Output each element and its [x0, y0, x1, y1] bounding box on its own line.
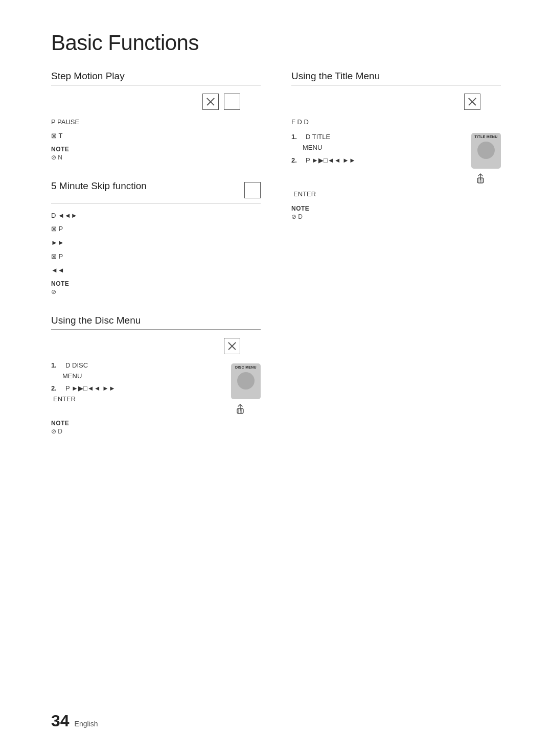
empty-icon-box-1 [224, 94, 240, 110]
skip-body2: ⊠ P [51, 224, 261, 235]
step-motion-play-section: Step Motion Play P PAUSE ⊠ T NOTE ⊘ N [51, 71, 261, 162]
disc-menu-title: Using the Disc Menu [51, 315, 261, 330]
title-menu-title: Using the Title Menu [291, 71, 501, 85]
disc-step2-num: 2. [51, 384, 61, 392]
right-column: Using the Title Menu F D D TITLE MENU [291, 71, 501, 451]
step-motion-play-title: Step Motion Play [51, 71, 261, 85]
left-column: Step Motion Play P PAUSE ⊠ T NOTE ⊘ N 5 … [51, 71, 261, 451]
title-note-text: ⊘ D [291, 212, 501, 221]
title-note: NOTE ⊘ D [291, 205, 501, 221]
title-remote-label: TITLE MENU [475, 133, 498, 139]
title-menu-remote: TITLE MENU [471, 133, 501, 189]
disc-enter-text: ENTER [51, 394, 261, 405]
disc-step1-text: D DISC [65, 361, 223, 369]
skip-body3: ►► [51, 238, 261, 248]
disc-note-text: ⊘ D [51, 427, 261, 436]
title-step1-sub: MENU [291, 143, 501, 153]
disc-menu-section: Using the Disc Menu DISC MENU [51, 315, 261, 436]
step-motion-icon-row [51, 94, 261, 110]
title-note-label: NOTE [291, 205, 501, 212]
disc-step1-sub: MENU [51, 371, 261, 382]
title-step-1: 1. D TITLE [291, 133, 463, 141]
skip-body5: ◄◄ [51, 265, 261, 276]
disc-note: NOTE ⊘ D [51, 420, 261, 436]
skip-separator [51, 203, 261, 203]
title-step2-num: 2. [291, 156, 302, 164]
x-icon-box-3 [464, 94, 480, 110]
step-motion-note: NOTE ⊘ N [51, 146, 261, 162]
skip-body4: ⊠ P [51, 251, 261, 262]
step-motion-body2: ⊠ T [51, 131, 261, 142]
empty-icon-box-2 [244, 182, 261, 198]
x-icon-box-1 [202, 94, 219, 110]
disc-remote-button: DISC MENU [231, 363, 261, 399]
step-motion-note-text: ⊘ N [51, 153, 261, 162]
disc-step1-sub-text: MENU [62, 372, 82, 380]
page-language: English [75, 720, 98, 728]
title-step-2: 2. P ►▶□◄◄ ►► [291, 156, 463, 164]
disc-step-2: 2. P ►▶□◄◄ ►► [51, 384, 223, 392]
page-title: Basic Functions [51, 31, 501, 55]
skip-body1: D ◄◄► [51, 211, 261, 221]
disc-menu-icon-row [51, 338, 261, 354]
page-number: 34 [51, 712, 70, 730]
disc-remote-label: DISC MENU [235, 363, 257, 369]
disc-step2-text: P ►▶□◄◄ ►► [65, 384, 223, 392]
disc-hand-icon [231, 399, 249, 418]
title-menu-body1: F D D [291, 117, 501, 128]
title-enter-text: ENTER [291, 189, 501, 200]
disc-step-1: 1. D DISC [51, 361, 223, 369]
title-remote-button: TITLE MENU [471, 133, 501, 169]
title-step2-text: P ►▶□◄◄ ►► [306, 156, 463, 164]
title-hand-icon [471, 169, 490, 187]
title-step1-text: D TITLE [306, 133, 463, 141]
disc-step1-num: 1. [51, 361, 61, 369]
disc-menu-content: DISC MENU 1. [51, 361, 261, 436]
disc-remote-circle [237, 372, 255, 390]
step-motion-note-label: NOTE [51, 146, 261, 153]
skip-note-label: NOTE [51, 280, 261, 287]
disc-note-label: NOTE [51, 420, 261, 427]
skip-function-title: 5 Minute Skip function [51, 180, 239, 192]
title-step1-sub-text: MENU [303, 144, 322, 151]
title-menu-icon-row [291, 94, 501, 110]
skip-note-text: ⊘ [51, 287, 261, 296]
disc-menu-remote: DISC MENU [231, 363, 261, 420]
title-step1-num: 1. [291, 133, 302, 141]
x-icon-box-2 [224, 338, 240, 354]
skip-note: NOTE ⊘ [51, 280, 261, 296]
title-remote-circle [477, 142, 495, 159]
page-number-section: 34 English [51, 712, 98, 730]
title-menu-content: TITLE MENU 1. [291, 133, 501, 221]
step-motion-body1: P PAUSE [51, 117, 261, 128]
title-menu-section: Using the Title Menu F D D TITLE MENU [291, 71, 501, 221]
skip-function-section: 5 Minute Skip function D ◄◄► ⊠ P ►► ⊠ P … [51, 180, 261, 296]
